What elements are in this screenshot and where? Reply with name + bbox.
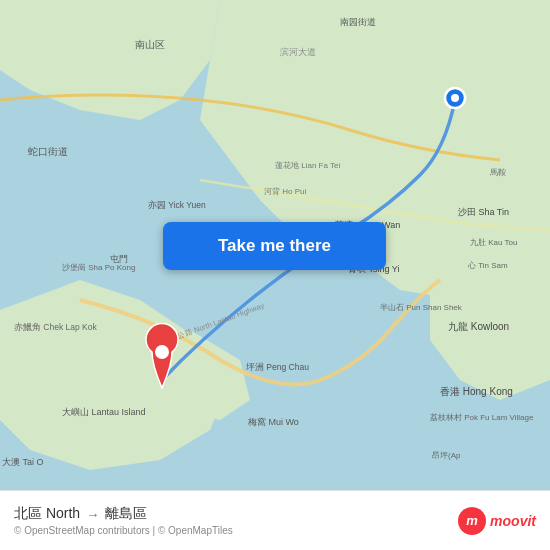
svg-text:大澳 Tai O: 大澳 Tai O [2,457,44,467]
svg-text:香港 Hong Kong: 香港 Hong Kong [440,386,513,397]
moovit-brand-text: moovit [490,513,536,529]
svg-text:蛇口街道: 蛇口街道 [28,146,68,157]
footer-left: 北區 North → 離島區 © OpenStreetMap contribut… [14,505,233,536]
moovit-icon-letter: m [466,513,478,528]
moovit-icon: m [458,507,486,535]
svg-point-35 [451,94,459,102]
take-me-there-button[interactable]: Take me there [163,222,386,270]
footer-route: 北區 North → 離島區 [14,505,233,523]
svg-text:赤鱲角 Chek Lap Kok: 赤鱲角 Chek Lap Kok [14,322,98,332]
map-container: 南山区 蛇口街道 滨河大道 南园街道 亦园 Yick Yuen 荃湾 Tsuen… [0,0,550,490]
route-from: 北區 North [14,505,80,523]
svg-text:南山区: 南山区 [135,39,165,50]
svg-text:滨河大道: 滨河大道 [280,47,316,57]
route-to: 離島區 [105,505,147,523]
svg-text:河背 Ho Pui: 河背 Ho Pui [264,187,306,196]
svg-text:沙田 Sha Tin: 沙田 Sha Tin [458,207,509,217]
svg-text:荔枝林村 Pok Fu Lam Village: 荔枝林村 Pok Fu Lam Village [430,413,534,422]
footer-copyright: © OpenStreetMap contributors | © OpenMap… [14,525,233,536]
svg-text:馬鞍: 馬鞍 [489,168,506,177]
svg-text:南园街道: 南园街道 [340,17,376,27]
svg-text:半山石 Pun Shan Shek: 半山石 Pun Shan Shek [380,303,463,312]
svg-text:坪洲 Peng Chau: 坪洲 Peng Chau [245,362,309,372]
svg-text:亦园 Yick Yuen: 亦园 Yick Yuen [148,200,206,210]
route-arrow: → [86,507,99,522]
svg-text:昂坪(Ap: 昂坪(Ap [432,451,461,460]
svg-text:大嶼山 Lantau Island: 大嶼山 Lantau Island [62,407,146,417]
svg-point-36 [155,345,169,359]
svg-text:沙堡崗 Sha Po Kong: 沙堡崗 Sha Po Kong [62,263,135,272]
svg-text:蓮花地 Lian Fa Tei: 蓮花地 Lian Fa Tei [275,161,340,170]
svg-text:九肚 Kau Tou: 九肚 Kau Tou [470,238,517,247]
moovit-logo: m moovit [458,507,536,535]
svg-text:梅窩 Mui Wo: 梅窩 Mui Wo [247,417,299,427]
svg-text:心 Tin Sam: 心 Tin Sam [467,261,508,270]
footer: 北區 North → 離島區 © OpenStreetMap contribut… [0,490,550,550]
svg-text:九龍 Kowloon: 九龍 Kowloon [448,321,509,332]
